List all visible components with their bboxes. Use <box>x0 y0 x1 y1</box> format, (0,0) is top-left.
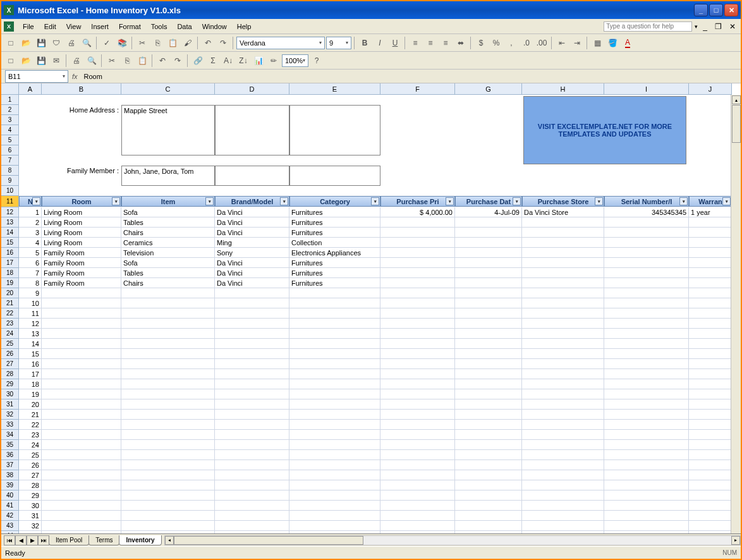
cell[interactable] <box>289 339 380 349</box>
cell-item[interactable]: Chairs <box>121 278 215 288</box>
cell[interactable] <box>121 308 215 319</box>
cell[interactable] <box>121 440 215 450</box>
cell-price[interactable] <box>380 217 455 228</box>
cell[interactable] <box>215 339 289 349</box>
cell[interactable] <box>689 501 732 511</box>
cell[interactable] <box>215 166 289 176</box>
cell[interactable] <box>215 490 289 501</box>
hyperlink-icon[interactable]: 🔗 <box>191 54 205 68</box>
scroll-thumb[interactable] <box>732 105 741 143</box>
cell[interactable] <box>689 319 732 329</box>
menu-file[interactable]: File <box>18 21 39 32</box>
cell[interactable] <box>455 511 522 521</box>
cell[interactable] <box>455 389 522 399</box>
close-button[interactable]: ✕ <box>724 4 738 16</box>
cell[interactable] <box>455 349 522 359</box>
increase-decimal-icon[interactable]: .0 <box>520 36 533 50</box>
worksheet-grid[interactable]: A B C D E F G H I J 12Home Address :Mapp… <box>1 83 741 547</box>
cell[interactable]: 21 <box>19 410 42 420</box>
cell[interactable] <box>289 329 380 339</box>
cell[interactable] <box>604 430 689 440</box>
row-header[interactable]: 17 <box>1 258 19 268</box>
cell[interactable] <box>215 95 289 105</box>
col-header-e[interactable]: E <box>289 83 380 95</box>
cell-warranty[interactable] <box>689 238 732 248</box>
cell[interactable] <box>215 501 289 511</box>
cell[interactable] <box>689 420 732 430</box>
cell[interactable] <box>289 155 380 166</box>
cell-category[interactable]: Furnitures <box>289 258 380 268</box>
cell[interactable] <box>689 389 732 399</box>
cell-date[interactable] <box>455 258 522 268</box>
cell[interactable] <box>689 460 732 470</box>
cell[interactable] <box>121 511 215 521</box>
row-header[interactable]: 15 <box>1 238 19 248</box>
cell[interactable] <box>42 135 121 145</box>
row-header[interactable]: 36 <box>1 450 19 460</box>
cell[interactable] <box>42 95 121 105</box>
cell[interactable] <box>289 420 380 430</box>
tab-nav-first-icon[interactable]: ⏮ <box>4 535 15 545</box>
cell[interactable] <box>380 490 455 501</box>
cell[interactable] <box>689 369 732 379</box>
tab-nav-prev-icon[interactable]: ◀ <box>15 535 27 545</box>
cell[interactable] <box>380 186 455 196</box>
cell[interactable] <box>121 349 215 359</box>
cell-item[interactable]: Ceramics <box>121 238 215 248</box>
cell[interactable]: 16 <box>19 359 42 369</box>
cell[interactable] <box>689 521 732 531</box>
cell[interactable] <box>215 440 289 450</box>
cell[interactable] <box>380 105 455 115</box>
cell-store[interactable]: Da Vinci Store <box>522 207 604 217</box>
cell[interactable] <box>689 450 732 460</box>
cell[interactable] <box>289 511 380 521</box>
formula-input[interactable] <box>82 70 741 83</box>
filter-header[interactable]: N▾ <box>19 196 42 207</box>
row-header[interactable]: 25 <box>1 339 19 349</box>
cell[interactable] <box>42 379 121 389</box>
cell[interactable] <box>42 511 121 521</box>
cell-room[interactable]: Family Room <box>42 248 121 258</box>
name-box[interactable]: B11▾ <box>5 70 68 83</box>
cell[interactable] <box>42 521 121 531</box>
cell-date[interactable] <box>455 248 522 258</box>
cell[interactable] <box>604 501 689 511</box>
filter-header[interactable]: Category▾ <box>289 196 380 207</box>
save-icon[interactable]: 💾 <box>34 36 48 50</box>
mail-icon[interactable]: ✉ <box>49 54 63 68</box>
cell[interactable] <box>689 166 732 176</box>
cell[interactable] <box>604 339 689 349</box>
cell[interactable] <box>42 186 121 196</box>
cell[interactable] <box>121 379 215 389</box>
cell[interactable] <box>522 470 604 480</box>
cell[interactable] <box>689 470 732 480</box>
undo-icon2[interactable]: ↶ <box>155 54 169 68</box>
cell[interactable] <box>121 125 215 135</box>
cell[interactable] <box>689 115 732 125</box>
row-header[interactable]: 1 <box>1 95 19 105</box>
fill-color-icon[interactable]: 🪣 <box>605 36 619 50</box>
cell[interactable] <box>42 389 121 399</box>
cell[interactable] <box>522 501 604 511</box>
cell-serial[interactable] <box>604 258 689 268</box>
cell[interactable] <box>42 369 121 379</box>
cell-price[interactable] <box>380 258 455 268</box>
cell[interactable] <box>689 329 732 339</box>
cell[interactable] <box>455 460 522 470</box>
cell[interactable]: 9 <box>19 288 42 298</box>
cell[interactable] <box>289 166 380 176</box>
filter-dropdown-icon[interactable]: ▾ <box>513 197 521 205</box>
cell[interactable] <box>455 430 522 440</box>
cell[interactable] <box>215 145 289 155</box>
font-size-select[interactable]: 9▾ <box>326 37 351 49</box>
research-icon[interactable]: 📚 <box>115 36 129 50</box>
cell[interactable] <box>604 470 689 480</box>
cell[interactable] <box>215 399 289 410</box>
horizontal-scrollbar[interactable]: ◂ ▸ <box>164 535 741 545</box>
cell[interactable] <box>289 379 380 389</box>
cell[interactable] <box>522 176 604 186</box>
chart-icon[interactable]: 📊 <box>252 54 265 68</box>
cell[interactable] <box>380 115 455 125</box>
cell[interactable] <box>604 440 689 450</box>
cell[interactable] <box>289 349 380 359</box>
